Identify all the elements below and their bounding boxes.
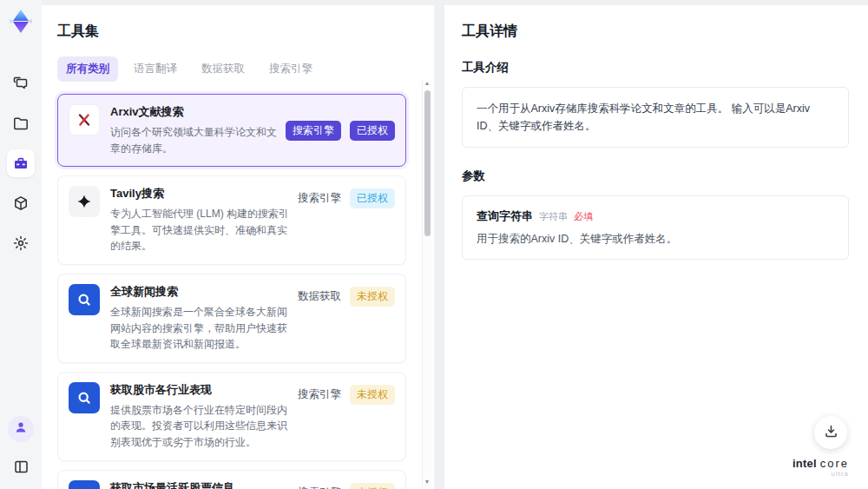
download-icon <box>824 424 838 442</box>
scroll-down-icon[interactable]: ▼ <box>424 479 431 487</box>
ultra-brand-text: ultra <box>792 471 849 479</box>
scroll-up-icon[interactable]: ▲ <box>424 80 431 89</box>
intel-brand-text: intel <box>792 457 817 470</box>
page-title: 工具集 <box>57 23 418 41</box>
cube-icon <box>12 195 30 212</box>
tool-title: 获取股市各行业表现 <box>110 382 289 398</box>
scrollbar-thumb[interactable] <box>424 90 431 236</box>
tool-category: 数据获取 <box>298 289 341 304</box>
magnifier-blue-icon <box>69 480 100 489</box>
tab-data-acquisition[interactable]: 数据获取 <box>193 56 253 82</box>
sidebar-item-files[interactable] <box>7 109 35 137</box>
folder-icon <box>12 115 30 132</box>
icon-rail <box>0 0 42 489</box>
magnifier-blue-icon <box>69 284 100 315</box>
auth-badge: 未授权 <box>350 287 395 307</box>
auth-badge: 已授权 <box>350 121 395 141</box>
tool-title: Tavily搜索 <box>110 186 289 202</box>
tool-list: Arxiv文献搜索 访问各个研究领域大量科学论文和文章的存储库。 搜索引擎 已授… <box>57 94 418 489</box>
toolbox-icon <box>12 155 30 172</box>
sidebar-item-chat[interactable] <box>7 69 35 97</box>
tool-description: 提供股票市场各个行业在特定时间段内的表现。投资者可以利用这些信息来识别表现优于或… <box>110 402 289 451</box>
tool-detail-panel: 工具详情 工具介绍 一个用于从Arxiv存储库搜索科学论文和文章的工具。 输入可… <box>444 5 868 489</box>
param-required-flag: 必填 <box>574 210 593 223</box>
tool-description: 专为人工智能代理 (LLM) 构建的搜索引擎工具。可快速提供实时、准确和真实的结… <box>110 206 289 254</box>
sidebar-item-packages[interactable] <box>7 189 35 217</box>
user-avatar[interactable] <box>8 416 34 442</box>
intro-heading: 工具介绍 <box>462 60 849 76</box>
tool-title: Arxiv文献搜索 <box>110 104 277 120</box>
collapse-panel-icon <box>13 459 30 475</box>
auth-badge: 未授权 <box>350 385 395 405</box>
panel-divider <box>434 0 444 489</box>
param-type: 字符串 <box>539 210 568 223</box>
tool-card-global-news[interactable]: 全球新闻搜索 全球新闻搜索是一个聚合全球各大新闻网站内容的搜索引擎，帮助用户快速… <box>57 274 406 363</box>
tab-search-engine[interactable]: 搜索引擎 <box>260 56 321 82</box>
app-logo-icon <box>6 7 36 36</box>
tool-description: 访问各个研究领域大量科学论文和文章的存储库。 <box>110 124 277 156</box>
tool-category: 搜索引擎 <box>298 387 341 402</box>
arxiv-x-icon <box>69 104 100 135</box>
tool-category: 搜索引擎 <box>298 486 341 489</box>
detail-title: 工具详情 <box>462 23 849 41</box>
tool-description: 全球新闻搜索是一个聚合全球各大新闻网站内容的搜索引擎，帮助用户快速获取全球最新资… <box>110 304 289 353</box>
magnifier-blue-icon <box>69 382 100 413</box>
sidebar-item-settings[interactable] <box>7 229 35 257</box>
download-button[interactable] <box>814 416 847 449</box>
param-list: 查询字符串 字符串 必填 用于搜索的Arxiv ID、关键字或作者姓名。 <box>462 195 849 260</box>
list-scrollbar[interactable]: ▲ ▼ <box>422 80 431 487</box>
collapse-sidebar-button[interactable] <box>7 453 35 480</box>
category-badge: 搜索引擎 <box>286 121 341 141</box>
tool-intro-text: 一个用于从Arxiv存储库搜索科学论文和文章的工具。 输入可以是Arxiv ID… <box>462 87 849 148</box>
param-name: 查询字符串 <box>477 208 533 224</box>
param-description: 用于搜索的Arxiv ID、关键字或作者姓名。 <box>477 232 834 247</box>
user-avatar-icon <box>14 420 28 438</box>
tool-category: 搜索引擎 <box>298 191 341 206</box>
tool-card-active-stocks[interactable]: 获取市场最活跃股票信息 提供当天交易量最高的股票列表，投资者可以利用这些信息来识… <box>57 470 406 489</box>
sidebar-item-toolbox[interactable] <box>7 149 35 177</box>
tab-all-categories[interactable]: 所有类别 <box>57 56 118 82</box>
params-heading: 参数 <box>462 169 849 184</box>
param-item: 查询字符串 字符串 必填 用于搜索的Arxiv ID、关键字或作者姓名。 <box>477 208 834 247</box>
tool-title: 获取市场最活跃股票信息 <box>110 480 289 489</box>
settings-gear-icon <box>12 235 30 252</box>
auth-badge: 未授权 <box>350 483 395 489</box>
tool-card-sector-performance[interactable]: 获取股市各行业表现 提供股票市场各个行业在特定时间段内的表现。投资者可以利用这些… <box>57 372 406 461</box>
auth-badge: 已授权 <box>350 188 395 208</box>
tools-panel: 工具集 所有类别 语言翻译 数据获取 搜索引擎 Arxiv文献搜索 访问各个研究… <box>42 5 434 489</box>
app-window: 工具集 所有类别 语言翻译 数据获取 搜索引擎 Arxiv文献搜索 访问各个研究… <box>0 0 868 489</box>
tab-language-translation[interactable]: 语言翻译 <box>125 56 186 82</box>
chat-icon <box>12 75 30 92</box>
sparkle-icon <box>69 186 100 217</box>
intel-core-logo: intelcore ultra <box>792 455 849 479</box>
category-tabs: 所有类别 语言翻译 数据获取 搜索引擎 <box>57 56 418 82</box>
core-brand-text: core <box>820 457 849 470</box>
tool-title: 全球新闻搜索 <box>110 284 289 300</box>
tool-card-tavily[interactable]: Tavily搜索 专为人工智能代理 (LLM) 构建的搜索引擎工具。可快速提供实… <box>57 175 406 265</box>
tool-card-arxiv[interactable]: Arxiv文献搜索 访问各个研究领域大量科学论文和文章的存储库。 搜索引擎 已授… <box>57 94 406 167</box>
